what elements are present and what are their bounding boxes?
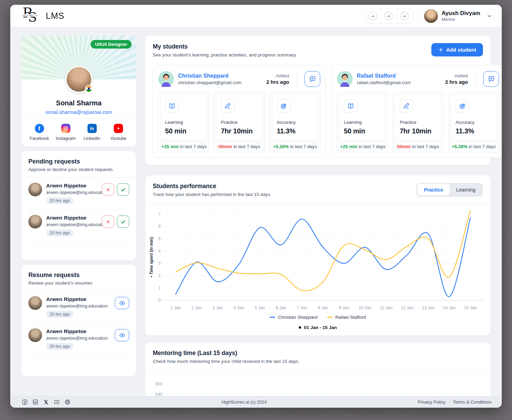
view-resume-button[interactable] xyxy=(115,329,129,341)
logo-letter-s: S xyxy=(28,10,37,25)
stat-label: Accuracy xyxy=(277,120,313,125)
add-student-button[interactable]: Add student xyxy=(431,43,483,56)
students-performance-card: Students performance Track how your stud… xyxy=(145,175,490,336)
linkedin-icon: in xyxy=(87,124,97,133)
social-link-facebook[interactable]: fFacebook xyxy=(28,124,50,141)
stat-value: 7hr 10min xyxy=(221,127,257,135)
view-resume-button[interactable] xyxy=(115,297,129,309)
stat-trend: +5.26% in last 7 days xyxy=(451,141,497,150)
divider xyxy=(418,11,419,21)
decline-request-button[interactable] xyxy=(102,183,114,196)
student-card: Rafael Staffordrafael.stafford@gmail.com… xyxy=(332,65,502,158)
legend-item-2[interactable]: Rafael Stafford xyxy=(327,315,366,320)
facebook-icon: f xyxy=(35,124,44,133)
stat-suffix: in last 7 days xyxy=(180,144,207,149)
plus-icon: + xyxy=(369,12,377,20)
student-avatar xyxy=(158,71,174,87)
quick-add-button-2[interactable]: + xyxy=(381,9,397,23)
social-links: fFacebookInstagraminLinkedInYoutube xyxy=(22,118,136,147)
divider xyxy=(297,73,297,86)
footer-link-terms-conditions[interactable]: Terms & Conditions xyxy=(453,399,491,405)
decline-request-button[interactable] xyxy=(102,215,114,228)
practice-learning-toggle: Practice Learning xyxy=(416,183,483,197)
plus-icon: + xyxy=(401,12,409,20)
logo-monogram: R S RAJSARO AI xyxy=(22,7,40,25)
svg-text:14 Jan: 14 Jan xyxy=(443,305,456,310)
stat-delta: -50min xyxy=(396,144,411,149)
link-separator: · xyxy=(448,399,450,405)
stat-delta: +25 min xyxy=(161,144,179,149)
stat-accuracy: Accuracy11.3%+5.26% in last 7 days xyxy=(269,92,321,153)
book-icon xyxy=(165,99,179,113)
resume-requests-title: Resume requests xyxy=(28,272,129,279)
toggle-practice[interactable]: Practice xyxy=(417,184,449,196)
resume-request-row: Arwen Rippetoearwen.rippetoe@img.educati… xyxy=(28,291,130,323)
pending-requests-subtitle: Approve or decline your student requests… xyxy=(28,167,129,172)
profile-name: Sonal Sharma xyxy=(22,99,136,107)
x-twitter-icon[interactable] xyxy=(43,399,49,405)
social-label: Youtube xyxy=(110,136,126,141)
stat-value: 11.3% xyxy=(277,127,313,135)
my-students-title: My students xyxy=(153,43,297,50)
svg-text:10 Jan: 10 Jan xyxy=(359,305,372,310)
top-bar: R S RAJSARO AI LMS + + + Ayush Divyam Me… xyxy=(10,5,502,27)
app-window: R S RAJSARO AI LMS + + + Ayush Divyam Me… xyxy=(10,5,502,408)
my-students-subtitle: See your student's learning, practice ac… xyxy=(153,52,297,57)
globe-icon[interactable] xyxy=(65,399,70,405)
chat-icon xyxy=(309,76,316,83)
time-badge: 20 hrs ago xyxy=(46,311,73,318)
footer-links: Privacy Policy·Terms & Conditions xyxy=(418,399,491,405)
legend-item-1[interactable]: Christian Sheppard xyxy=(270,315,318,320)
request-email: arwen.rippetoe@img.education xyxy=(46,190,98,195)
message-student-button[interactable] xyxy=(305,71,320,87)
linkedin-icon[interactable] xyxy=(32,399,38,405)
top-actions: + + + Ayush Divyam Mentor xyxy=(365,9,492,24)
pending-requests-title: Pending requests xyxy=(28,158,129,165)
plus-icon xyxy=(438,47,443,52)
chat-icon xyxy=(488,76,495,83)
social-link-instagram[interactable]: Instagram xyxy=(55,124,77,141)
avatar xyxy=(28,296,42,310)
facebook-icon[interactable] xyxy=(22,399,28,405)
user-menu[interactable]: Ayush Divyam Mentor xyxy=(424,9,492,23)
youtube-icon[interactable] xyxy=(54,399,60,405)
pen-icon xyxy=(221,99,234,113)
stat-trend: +25 min in last 7 days xyxy=(339,141,385,150)
request-email: arwen.rippetoe@img.education xyxy=(46,303,111,309)
stat-trend: -50min in last 7 days xyxy=(395,141,441,150)
stat-trend: +25 min in last 7 days xyxy=(160,141,206,150)
message-student-button[interactable] xyxy=(483,71,499,87)
stat-trend: +5.26% in last 7 days xyxy=(272,141,318,150)
resume-requests-list: Arwen Rippetoearwen.rippetoe@img.educati… xyxy=(22,291,136,355)
legend-marker xyxy=(270,317,275,318)
stat-label: Practice xyxy=(400,120,436,125)
approve-request-button[interactable] xyxy=(117,183,129,196)
profile-email-link[interactable]: sonal.sharma@rajsaroai.com xyxy=(22,109,136,115)
stat-delta: -50min xyxy=(217,144,232,149)
stat-delta: +5.26% xyxy=(452,144,468,149)
quick-add-button-3[interactable]: + xyxy=(397,9,413,23)
time-badge: 20 hrs ago xyxy=(46,343,73,350)
social-link-youtube[interactable]: Youtube xyxy=(107,124,129,141)
approve-request-button[interactable] xyxy=(117,215,129,228)
student-name-link[interactable]: Rafael Stafford xyxy=(357,73,396,79)
svg-text:3 Jan: 3 Jan xyxy=(213,305,223,310)
added-time: 2 hrs ago xyxy=(266,79,289,85)
toggle-learning[interactable]: Learning xyxy=(450,184,482,196)
stat-label: Practice xyxy=(221,120,257,125)
student-card: Christian Sheppardchristian.sheppard@gma… xyxy=(153,65,326,158)
time-badge: 20 hrs ago xyxy=(46,229,73,236)
stat-delta: +5.26% xyxy=(273,144,289,149)
main-column: My students See your student's learning,… xyxy=(145,36,490,396)
svg-text:8 Jan: 8 Jan xyxy=(318,305,328,310)
stat-practice: Practice7hr 10min-50min in last 7 days xyxy=(392,92,444,153)
footer-link-privacy-policy[interactable]: Privacy Policy xyxy=(418,399,445,405)
student-name-link[interactable]: Christian Sheppard xyxy=(178,73,229,79)
svg-text:4 Jan: 4 Jan xyxy=(233,305,244,310)
social-link-linkedin[interactable]: inLinkedIn xyxy=(81,124,103,141)
quick-add-button-1[interactable]: + xyxy=(365,9,381,23)
bar-chart: 600540480440461 xyxy=(149,373,487,396)
stat-label: Learning xyxy=(344,120,380,125)
svg-text:7 Jan: 7 Jan xyxy=(297,305,307,310)
time-badge: 20 hrs ago xyxy=(46,197,73,204)
